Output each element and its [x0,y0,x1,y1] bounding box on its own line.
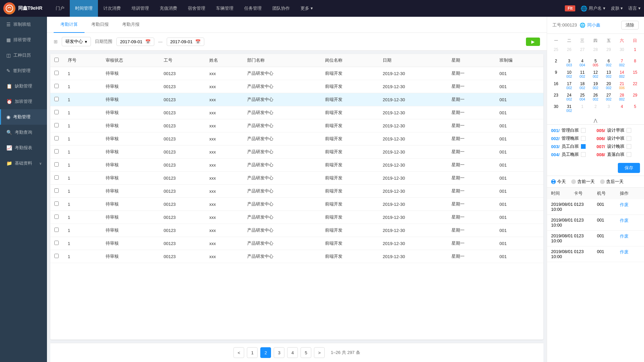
tab-att-daily[interactable]: 考勤日报 [85,17,115,33]
shift-checkbox[interactable] [581,152,586,157]
table-row[interactable]: 1 待审核 00123 xxx 产品研发中心 前端开发 2019-12-30 星… [50,145,543,159]
shift-checkbox[interactable] [581,144,586,149]
nav-team[interactable]: 团队协作 [267,0,295,17]
row-checkbox[interactable] [54,110,59,114]
sidebar-item-calendar[interactable]: ◫ 工种日历 [0,48,47,63]
cal-cell[interactable]: 28002 [615,92,628,103]
cal-cell[interactable]: 14002 [615,69,628,80]
row-checkbox[interactable] [54,254,59,258]
table-row[interactable]: 1 待审核 00123 xxx 产品研发中心 前端开发 2019-12-30 星… [50,119,543,132]
row-checkbox[interactable] [54,97,59,101]
tab-att-monthly[interactable]: 考勤月报 [115,17,146,33]
page-1-btn[interactable]: 1 [247,347,258,358]
shift-item[interactable]: 005/ 设计早班 [597,127,640,133]
sidebar-item-attendance[interactable]: ◉ 考勤管理 [0,109,47,125]
cal-cell[interactable]: 21006 [615,80,628,91]
cal-cell[interactable]: 29 [602,46,615,57]
cal-cell[interactable]: 15 [629,69,641,80]
nav-count-consume[interactable]: 计次消费 [98,0,126,17]
cal-cell[interactable]: 12002 [589,69,602,80]
cal-cell[interactable]: 8 [629,58,641,68]
table-row[interactable]: 1 待审核 00123 xxx 产品研发中心 前端开发 2019-12-30 星… [50,67,543,80]
cal-cell[interactable]: 25004 [576,92,589,103]
row-checkbox[interactable] [54,215,59,219]
page-next-btn[interactable]: > [314,347,325,358]
swipe-action[interactable]: 作废 [620,218,640,228]
shift-item[interactable]: 003/ 员工白班 [551,143,595,149]
nav-portal[interactable]: 门户 [50,0,70,17]
row-checkbox[interactable] [54,123,59,127]
table-row[interactable]: 1 待审核 00123 xxx 产品研发中心 前端开发 2019-12-30 星… [50,159,543,172]
shift-checkbox[interactable] [581,128,586,133]
date-from-input[interactable]: 2017-09-01 📅 [116,38,154,46]
cal-cell[interactable]: 27002 [602,92,615,103]
cal-cell[interactable]: 24002 [563,92,575,103]
table-row[interactable]: 1 待审核 00123 xxx 产品研发中心 前端开发 2019-12-30 星… [50,224,543,237]
nav-recharge[interactable]: 充值消费 [154,0,182,17]
shift-checkbox[interactable] [627,136,631,141]
shift-item[interactable]: 007/ 设计晚班 [597,143,640,149]
cal-cell[interactable]: 4004 [576,58,589,68]
page-5-btn[interactable]: 5 [301,347,311,358]
cal-cell[interactable]: 26 [563,46,575,57]
cal-cell[interactable]: 28 [589,46,602,57]
cal-cell[interactable]: 26002 [589,92,602,103]
page-3-btn[interactable]: 3 [274,347,284,358]
table-row[interactable]: 1 待审核 00123 xxx 产品研发中心 前端开发 2019-12-30 星… [50,198,543,211]
nav-vehicle[interactable]: 车辆管理 [211,0,239,17]
nav-skin[interactable]: 皮肤 ▾ [611,5,623,11]
swipe-action[interactable]: 作废 [620,202,640,212]
radio-next-day[interactable]: 含后一天 [600,179,624,185]
nav-lang[interactable]: 语言 ▾ [628,5,641,11]
table-row[interactable]: 1 待审核 00123 xxx 产品研发中心 前端开发 2019-12-30 星… [50,93,543,106]
table-row[interactable]: 1 待审核 00123 xxx 产品研发中心 前端开发 2019-12-30 星… [50,250,543,263]
sidebar-item-absence[interactable]: 📋 缺勤管理 [0,78,47,94]
table-row[interactable]: 1 待审核 00123 xxx 产品研发中心 前端开发 2019-12-30 星… [50,80,543,93]
cal-cell[interactable]: 30 [615,46,628,57]
shift-checkbox[interactable] [627,152,631,157]
cal-cell[interactable]: 3003 [563,58,575,68]
cal-cell[interactable]: 1 [576,103,589,114]
cal-cell[interactable]: 25 [550,46,562,57]
nav-training[interactable]: 培训管理 [126,0,154,17]
date-to-input[interactable]: 2017-09-01 📅 [167,38,205,46]
sidebar-item-schedule[interactable]: ▦ 排班管理 [0,32,47,48]
cal-cell[interactable]: 22 [629,80,641,91]
cal-cell[interactable]: 23 [550,92,562,103]
row-checkbox[interactable] [54,136,59,140]
cal-cell[interactable]: 18002 [576,80,589,91]
row-checkbox[interactable] [54,241,59,245]
table-row[interactable]: 1 待审核 00123 xxx 产品研发中心 前端开发 2019-12-30 星… [50,132,543,145]
table-row[interactable]: 1 待审核 00123 xxx 产品研发中心 前端开发 2019-12-30 星… [50,172,543,185]
page-4-btn[interactable]: 4 [287,347,298,358]
row-checkbox[interactable] [54,175,59,180]
tab-att-calc[interactable]: 考勤计算 [54,17,85,33]
table-row[interactable]: 1 待审核 00123 xxx 产品研发中心 前端开发 2019-12-30 星… [50,106,543,119]
nav-dorm[interactable]: 宿舍管理 [182,0,211,17]
shift-checkbox[interactable] [627,144,631,149]
cal-cell[interactable]: 16 [550,80,562,91]
search-button[interactable]: ▶ [526,38,540,46]
swipe-action[interactable]: 作废 [620,233,640,243]
cal-cell[interactable]: 7002 [615,58,628,68]
sidebar-item-shift[interactable]: ☰ 班制班组 [0,17,47,32]
page-prev-btn[interactable]: < [233,347,244,358]
radio-today[interactable]: 今天 [551,179,566,185]
row-checkbox[interactable] [54,201,59,206]
sidebar-item-overtime[interactable]: ⏰ 加班管理 [0,94,47,109]
cal-cell[interactable]: 2 [589,103,602,114]
nav-more[interactable]: 更多 ▾ [295,0,318,17]
cal-cell[interactable]: 19002 [589,80,602,91]
cal-cell[interactable]: 4 [615,103,628,114]
shift-item[interactable]: 004/ 员工晚班 [551,152,595,158]
cal-cell[interactable]: 30 [550,103,562,114]
cal-cell[interactable]: 1 [629,46,641,57]
cal-cell[interactable]: 29 [629,92,641,103]
row-checkbox[interactable] [54,162,59,167]
cal-cell[interactable]: 17002 [563,80,575,91]
clear-button[interactable]: 清除 [621,21,639,29]
cal-cell[interactable]: 10002 [563,69,575,80]
nav-user[interactable]: 🌐 用户名 ▾ [581,5,605,12]
save-button[interactable]: 保存 [618,163,640,173]
radio-prev-day[interactable]: 含前一天 [571,179,595,185]
